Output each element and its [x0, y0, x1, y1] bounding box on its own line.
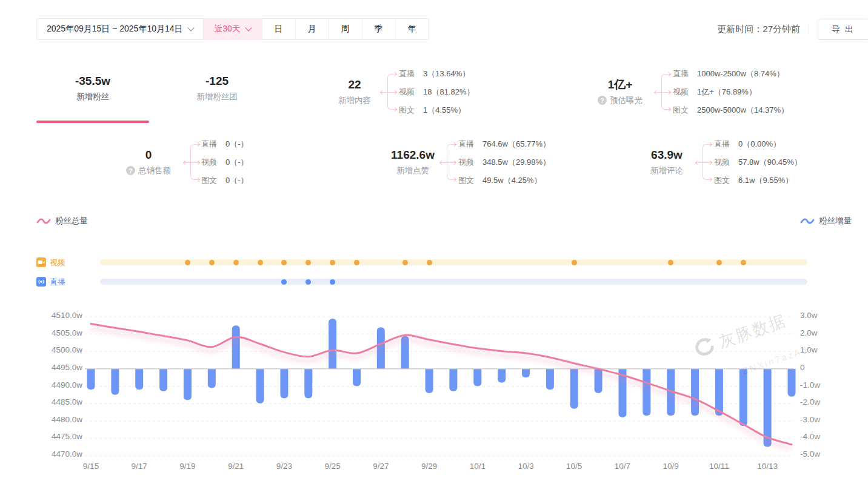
- stat-card-total-sales[interactable]: 0 ? 总销售额 直播0（-）视频0（-）图文0（-）: [100, 136, 355, 188]
- fans-delta-bar: [426, 369, 433, 393]
- breakdown-value: 0（-）: [225, 157, 249, 168]
- fans-delta-bar: [280, 369, 288, 399]
- content-marker-dot[interactable]: [330, 279, 335, 285]
- breakdown-key: 图文: [714, 175, 731, 186]
- live-row-label: 直播: [50, 277, 65, 288]
- toolbar-divider: [809, 24, 809, 35]
- stat-label-text: 预估曝光: [610, 93, 643, 108]
- breakdown-value: 348.5w（29.98%）: [482, 157, 550, 168]
- video-marker-track[interactable]: [100, 259, 807, 265]
- right-axis-tick: -5.0w: [800, 449, 843, 459]
- content-marker-dot[interactable]: [233, 260, 239, 265]
- tab-month[interactable]: 月: [295, 19, 329, 39]
- breakdown-row: 直播3（13.64%）: [399, 65, 544, 82]
- right-axis-tick: -1.0w: [800, 380, 843, 390]
- content-marker-dot[interactable]: [185, 260, 190, 265]
- content-marker-dot[interactable]: [281, 279, 287, 285]
- quick-range-label: 近30天: [214, 24, 241, 35]
- video-row-label: 视频: [50, 257, 65, 268]
- content-marker-dot[interactable]: [305, 260, 311, 265]
- stat-card-new-comments[interactable]: 63.9w 新增评论 直播0（0.00%）视频57.8w（90.45%）图文6.…: [618, 136, 861, 188]
- legend-fans-total[interactable]: 粉丝总量: [36, 216, 88, 227]
- breakdown-row: 直播0（0.00%）: [714, 136, 860, 152]
- fans-delta-bar: [570, 369, 578, 409]
- content-marker-dot[interactable]: [305, 279, 311, 285]
- content-marker-dot[interactable]: [402, 260, 408, 265]
- date-range-picker[interactable]: 2025年09月15日 ~ 2025年10月14日: [37, 19, 204, 39]
- fans-delta-bar: [304, 369, 312, 399]
- legend-label: 粉丝总量: [55, 216, 88, 227]
- breakdown-list: 直播3（13.64%）视频18（81.82%）图文1（4.55%）: [399, 65, 544, 118]
- quick-range-last30days[interactable]: 近30天: [204, 19, 262, 39]
- breakdown-value: 1000w-2500w（8.74%）: [697, 68, 784, 79]
- stat-card-new-fanclub[interactable]: -125 新增粉丝团: [161, 61, 273, 116]
- fans-delta-bar: [159, 369, 167, 391]
- x-axis-tick: 9/23: [266, 462, 302, 471]
- breakdown-row: 视频1亿+（76.89%）: [673, 84, 818, 100]
- chevron-down-icon: [245, 24, 252, 31]
- tab-quarter[interactable]: 季: [362, 19, 395, 39]
- breakdown-value: 2500w-5000w（14.37%）: [697, 105, 789, 116]
- breakdown-key: 直播: [714, 139, 731, 150]
- breakdown-value: 764.6w（65.77%）: [482, 139, 550, 150]
- x-axis-tick: 9/29: [411, 462, 447, 471]
- breakdown-value: 0（-）: [225, 175, 249, 186]
- left-axis-tick: 4495.0w: [29, 363, 82, 372]
- selected-card-underline: [36, 121, 149, 123]
- breakdown-row: 视频0（-）: [201, 154, 347, 170]
- content-marker-dot[interactable]: [668, 260, 673, 265]
- content-marker-dot[interactable]: [716, 260, 722, 265]
- stat-card-new-content[interactable]: 22 新增内容 直播3（13.64%）视频18（81.82%）图文1（4.55%…: [306, 65, 561, 118]
- content-marker-dot[interactable]: [572, 260, 577, 265]
- blue-wave-icon: [800, 217, 815, 225]
- breakdown-value: 0（-）: [225, 139, 249, 150]
- x-axis-tick: 9/17: [121, 462, 158, 471]
- tab-quarter-label: 季: [375, 24, 383, 35]
- pink-wave-icon: [36, 217, 51, 225]
- content-marker-dot[interactable]: [258, 260, 263, 265]
- left-axis-tick: 4470.0w: [29, 449, 82, 459]
- tab-day[interactable]: 日: [262, 19, 295, 39]
- content-marker-dot[interactable]: [281, 260, 287, 265]
- stat-label: ? 预估曝光: [598, 93, 643, 108]
- x-axis-tick: 10/9: [653, 462, 689, 471]
- breakdown-value: 3（13.64%）: [423, 68, 470, 79]
- content-marker-dot[interactable]: [427, 260, 432, 265]
- export-button[interactable]: 导出: [818, 19, 868, 40]
- breakdown-row: 视频18（81.82%）: [399, 84, 544, 100]
- legend-label: 粉丝增量: [819, 216, 852, 227]
- stat-label: 新增粉丝团: [196, 90, 238, 104]
- fans-total-line-glow: [91, 328, 792, 449]
- breakdown-tree-connector: [696, 136, 712, 188]
- live-marker-track[interactable]: [100, 279, 807, 285]
- breakdown-value: 49.5w（4.25%）: [482, 175, 542, 186]
- help-icon[interactable]: ?: [126, 166, 135, 175]
- x-axis-tick: 9/21: [218, 462, 254, 471]
- right-axis-tick: 1.0w: [800, 345, 843, 354]
- help-icon[interactable]: ?: [598, 96, 607, 105]
- stat-card-new-likes[interactable]: 1162.6w 新增点赞 直播764.6w（65.77%）视频348.5w（29…: [367, 136, 609, 188]
- stat-label: ? 总销售额: [126, 164, 171, 178]
- breakdown-key: 直播: [458, 139, 475, 150]
- stat-card-estimated-exposure[interactable]: 1亿+ ? 预估曝光 直播1000w-2500w（8.74%）视频1亿+（76.…: [573, 65, 868, 118]
- fans-delta-bar: [546, 369, 554, 390]
- legend-fans-delta[interactable]: 粉丝增量: [800, 216, 852, 227]
- breakdown-row: 图文1（4.55%）: [399, 102, 544, 118]
- content-marker-dot[interactable]: [330, 260, 335, 265]
- content-marker-dot[interactable]: [354, 260, 359, 265]
- right-axis-tick: 0: [800, 363, 843, 372]
- stat-card-new-fans[interactable]: -35.5w 新增粉丝: [36, 61, 149, 116]
- fans-delta-bar: [208, 369, 216, 388]
- fans-delta-bar: [643, 369, 650, 416]
- breakdown-tree-connector: [440, 136, 456, 188]
- chart-canvas[interactable]: [0, 306, 868, 482]
- x-axis-tick: 9/15: [73, 462, 109, 471]
- content-marker-dot[interactable]: [209, 260, 215, 265]
- tab-year[interactable]: 年: [395, 19, 429, 39]
- tab-year-label: 年: [408, 24, 416, 35]
- x-axis-tick: 9/27: [362, 462, 399, 471]
- content-marker-dot[interactable]: [741, 260, 746, 265]
- tab-week[interactable]: 周: [329, 19, 362, 39]
- breakdown-list: 直播1000w-2500w（8.74%）视频1亿+（76.89%）图文2500w…: [673, 65, 818, 118]
- x-axis-tick: 10/5: [556, 462, 592, 471]
